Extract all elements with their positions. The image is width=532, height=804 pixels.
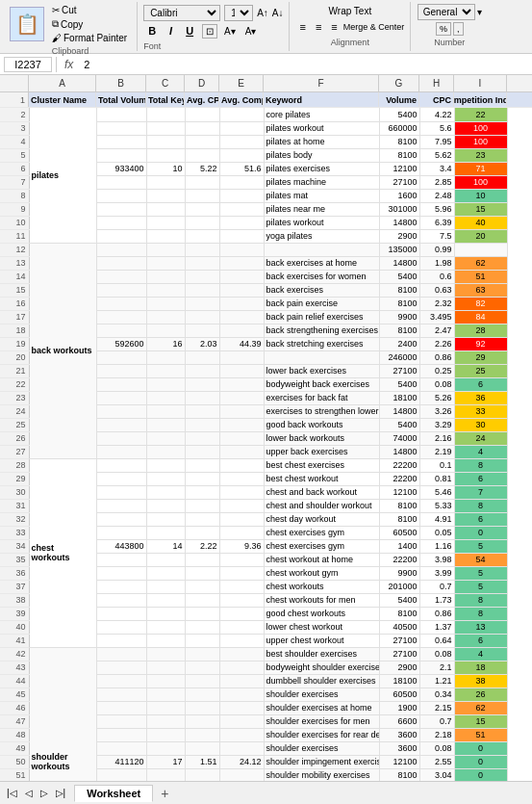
cell-d1[interactable]: Avg. CPC	[185, 92, 219, 107]
cpc-cell[interactable]: 5.26	[419, 391, 454, 404]
avg-competition-index-cell[interactable]	[219, 189, 264, 202]
avg-cpc-cell[interactable]	[185, 256, 219, 270]
keyword-cell[interactable]: pilates workout	[264, 121, 379, 135]
keyword-cell[interactable]: good chest workouts	[264, 607, 379, 620]
cpc-cell[interactable]: 2.18	[419, 728, 454, 741]
avg-cpc-cell[interactable]	[185, 229, 219, 243]
volume-cell[interactable]: 5400	[379, 270, 419, 283]
total-keywords-cell[interactable]: 10	[146, 162, 185, 175]
cpc-cell[interactable]: 0.1	[419, 458, 454, 472]
avg-cpc-cell[interactable]	[185, 728, 219, 741]
avg-competition-index-cell[interactable]	[219, 216, 264, 229]
avg-competition-index-cell[interactable]	[219, 741, 264, 755]
total-volume-cell[interactable]	[96, 121, 146, 135]
keyword-cell[interactable]: best chest exercises	[264, 458, 379, 472]
volume-cell[interactable]: 2900	[379, 229, 419, 243]
total-volume-cell[interactable]	[96, 243, 146, 256]
total-keywords-cell[interactable]	[146, 270, 185, 283]
cpc-cell[interactable]: 0.81	[419, 472, 454, 485]
competition-index-cell[interactable]: 51	[454, 728, 507, 741]
competition-index-cell[interactable]: 82	[454, 297, 507, 310]
volume-cell[interactable]: 12100	[379, 755, 419, 768]
cpc-cell[interactable]: 1.37	[419, 620, 454, 634]
cell-f1[interactable]: Keyword	[264, 92, 379, 107]
competition-index-cell[interactable]: 62	[454, 701, 507, 714]
prev-sheet-button[interactable]: ◁	[22, 786, 36, 800]
avg-cpc-cell[interactable]	[185, 607, 219, 620]
keyword-cell[interactable]: bodyweight back exercises	[264, 377, 379, 391]
cpc-cell[interactable]: 0.08	[419, 377, 454, 391]
cpc-cell[interactable]: 3.98	[419, 553, 454, 566]
total-volume-cell[interactable]: 443800	[96, 539, 146, 553]
volume-cell[interactable]: 9900	[379, 310, 419, 324]
competition-index-cell[interactable]: 10	[454, 189, 507, 202]
avg-cpc-cell[interactable]: 5.22	[185, 162, 219, 175]
competition-index-cell[interactable]: 40	[454, 216, 507, 229]
total-keywords-cell[interactable]	[146, 472, 185, 485]
cpc-cell[interactable]: 7.5	[419, 229, 454, 243]
total-keywords-cell[interactable]	[146, 297, 185, 310]
avg-cpc-cell[interactable]	[185, 472, 219, 485]
competition-index-cell[interactable]: 29	[454, 350, 507, 364]
volume-cell[interactable]: 2400	[379, 337, 419, 350]
volume-cell[interactable]: 40500	[379, 620, 419, 634]
avg-cpc-cell[interactable]	[185, 714, 219, 728]
avg-competition-index-cell[interactable]	[219, 566, 264, 580]
cluster-name-cell[interactable]: pilates	[29, 108, 96, 243]
avg-competition-index-cell[interactable]	[219, 526, 264, 539]
keyword-cell[interactable]: upper back exercises	[264, 445, 379, 458]
competition-index-cell[interactable]: 30	[454, 418, 507, 431]
total-keywords-cell[interactable]	[146, 620, 185, 634]
avg-competition-index-cell[interactable]	[219, 148, 264, 162]
avg-competition-index-cell[interactable]	[219, 202, 264, 216]
volume-cell[interactable]: 27100	[379, 364, 419, 377]
keyword-cell[interactable]: shoulder mobility exercises	[264, 768, 379, 781]
total-volume-cell[interactable]	[96, 701, 146, 714]
avg-cpc-cell[interactable]	[185, 350, 219, 364]
competition-index-cell[interactable]: 24	[454, 431, 507, 445]
cpc-cell[interactable]: 0.25	[419, 364, 454, 377]
competition-index-cell[interactable]: 23	[454, 148, 507, 162]
total-volume-cell[interactable]	[96, 472, 146, 485]
font-name-select[interactable]: Calibri	[143, 5, 220, 21]
total-keywords-cell[interactable]	[146, 768, 185, 781]
number-format-expand[interactable]: ▾	[477, 7, 482, 17]
competition-index-cell[interactable]: 25	[454, 364, 507, 377]
avg-competition-index-cell[interactable]	[219, 175, 264, 189]
competition-index-cell[interactable]: 6	[454, 634, 507, 647]
avg-competition-index-cell[interactable]: 51.6	[219, 162, 264, 175]
avg-cpc-cell[interactable]	[185, 364, 219, 377]
competition-index-cell[interactable]: 100	[454, 175, 507, 189]
col-header-h[interactable]: H	[419, 75, 454, 91]
total-keywords-cell[interactable]	[146, 714, 185, 728]
total-keywords-cell[interactable]	[146, 418, 185, 431]
avg-competition-index-cell[interactable]	[219, 108, 264, 121]
avg-cpc-cell[interactable]	[185, 580, 219, 593]
avg-cpc-cell[interactable]	[185, 175, 219, 189]
avg-cpc-cell[interactable]	[185, 701, 219, 714]
avg-competition-index-cell[interactable]	[219, 728, 264, 741]
volume-cell[interactable]: 8100	[379, 297, 419, 310]
competition-index-cell[interactable]: 0	[454, 768, 507, 781]
cpc-cell[interactable]: 3.04	[419, 768, 454, 781]
avg-competition-index-cell[interactable]	[219, 229, 264, 243]
total-volume-cell[interactable]	[96, 512, 146, 526]
cpc-cell[interactable]: 2.1	[419, 661, 454, 674]
keyword-cell[interactable]: back exercises	[264, 283, 379, 297]
cpc-cell[interactable]: 0.08	[419, 741, 454, 755]
total-volume-cell[interactable]	[96, 175, 146, 189]
next-sheet-button[interactable]: ▷	[38, 786, 51, 800]
col-header-a[interactable]: A	[29, 75, 96, 91]
volume-cell[interactable]: 2900	[379, 661, 419, 674]
competition-index-cell[interactable]: 51	[454, 270, 507, 283]
cpc-cell[interactable]: 5.62	[419, 148, 454, 162]
competition-index-cell[interactable]: 33	[454, 404, 507, 418]
keyword-cell[interactable]: pilates workout	[264, 216, 379, 229]
avg-competition-index-cell[interactable]	[219, 512, 264, 526]
volume-cell[interactable]: 22200	[379, 553, 419, 566]
volume-cell[interactable]: 1400	[379, 539, 419, 553]
competition-index-cell[interactable]: 5	[454, 566, 507, 580]
avg-cpc-cell[interactable]	[185, 135, 219, 148]
total-keywords-cell[interactable]	[146, 404, 185, 418]
volume-cell[interactable]: 301000	[379, 202, 419, 216]
